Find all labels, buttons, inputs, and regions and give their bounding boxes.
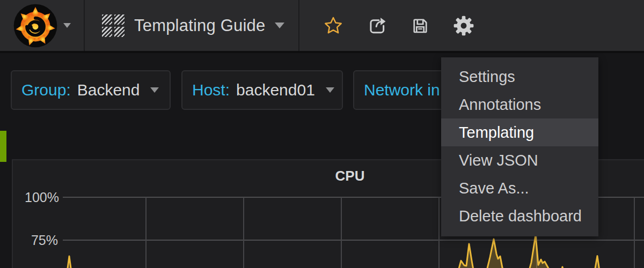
dashboard-title-caret-icon — [275, 23, 284, 28]
share-button[interactable] — [355, 0, 398, 51]
save-button[interactable] — [398, 0, 442, 51]
dashboard-title-button[interactable]: Templating Guide — [85, 0, 299, 51]
menu-item-settings[interactable]: Settings — [441, 63, 598, 91]
share-icon — [367, 16, 387, 36]
grafana-logo-button[interactable] — [0, 0, 85, 51]
top-navbar: Templating Guide — [0, 0, 644, 53]
variable-label: Network in — [364, 81, 440, 99]
navbar-actions — [299, 0, 485, 51]
menu-item-view-json[interactable]: View JSON — [441, 146, 598, 174]
menu-item-templating[interactable]: Templating — [441, 118, 598, 146]
variable-value: backend01 — [236, 81, 315, 99]
variable-selector-group[interactable]: Group: Backend — [11, 70, 171, 110]
menu-item-save-as[interactable]: Save As... — [441, 174, 598, 202]
star-icon — [324, 16, 343, 35]
chevron-down-icon — [326, 87, 334, 93]
star-button[interactable] — [311, 0, 355, 51]
row-menu-handle[interactable] — [0, 131, 6, 162]
gear-icon — [453, 16, 474, 36]
menu-item-annotations[interactable]: Annotations — [441, 91, 598, 118]
settings-gear-button[interactable] — [442, 0, 485, 51]
grafana-logo-icon — [13, 3, 58, 48]
y-axis-tick-75: 75% — [25, 233, 58, 248]
variable-label: Host: — [192, 81, 230, 99]
variable-label: Group: — [21, 81, 71, 99]
dashboard-settings-menu: Settings Annotations Templating View JSO… — [441, 57, 598, 236]
y-axis-tick-100: 100% — [25, 190, 58, 205]
menu-item-delete-dashboard[interactable]: Delete dashboard — [441, 202, 598, 230]
dashboard-title: Templating Guide — [134, 16, 265, 35]
chevron-down-icon — [150, 87, 159, 93]
dashboard-grid-icon — [102, 14, 125, 37]
variable-selector-host[interactable]: Host: backend01 — [181, 70, 343, 110]
variable-value: Backend — [77, 81, 140, 99]
save-icon — [411, 16, 430, 35]
logo-caret-icon — [63, 23, 71, 28]
